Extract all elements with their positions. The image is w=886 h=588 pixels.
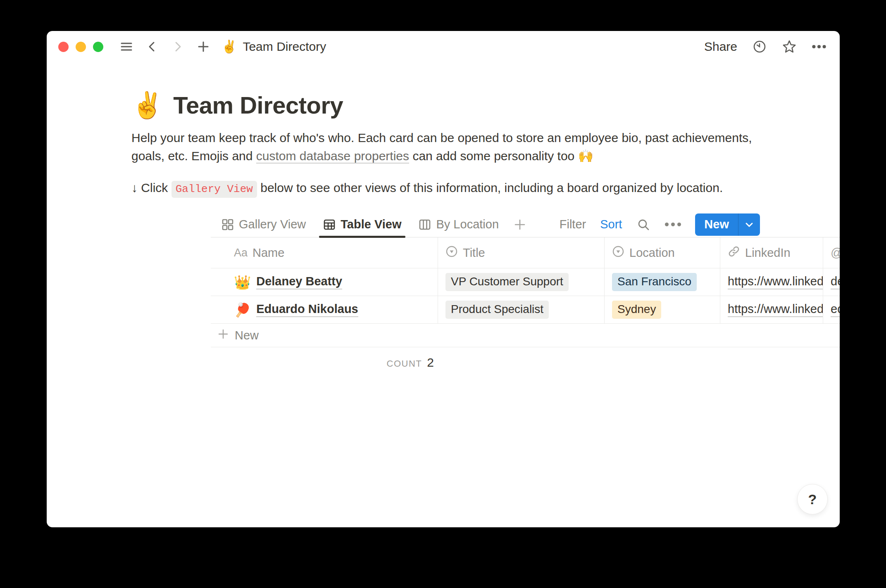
sidebar-menu-icon[interactable] [119,39,134,54]
filter-button[interactable]: Filter [560,218,586,231]
new-page-icon[interactable] [196,39,211,54]
traffic-lights [58,42,103,52]
table-header-row: Aa Name Title [211,237,840,268]
tab-label: Gallery View [239,218,306,231]
email-link[interactable]: delaney@acmecor [831,275,840,289]
select-type-icon [445,245,458,261]
cell-title[interactable]: Product Specialist [438,296,605,323]
favorite-star-icon[interactable] [782,39,797,54]
row-emoji-pingpong: 🏓 [234,303,251,317]
table-row: 🏓 Eduardo Nikolaus Product Specialist Sy… [211,296,840,324]
cell-title[interactable]: VP Customer Support [438,268,605,296]
tab-label: By Location [436,218,499,231]
minimize-window-button[interactable] [76,42,86,52]
updates-clock-icon[interactable] [752,39,767,54]
column-label: Title [463,246,485,260]
add-row-button[interactable]: New [211,324,840,347]
cell-email[interactable]: delaney@acmecor [823,268,840,296]
email-at-icon: @ [831,246,840,260]
help-button[interactable]: ? [797,484,828,514]
email-link[interactable]: eduardo@acmeco [831,302,840,317]
column-label: Location [629,246,675,260]
close-window-button[interactable] [58,42,69,52]
app-window: ✌️ Team Directory Share [47,31,840,527]
cell-linkedin[interactable]: https://www.linked [720,268,823,296]
tab-gallery-view[interactable]: Gallery View [217,212,311,237]
views-bar: Gallery View Table View [211,212,840,237]
title-tag: VP Customer Support [445,273,569,291]
page-icon[interactable]: ✌️ [131,92,163,118]
tab-by-location[interactable]: By Location [414,212,504,237]
callout-code-chip: Gallery View [171,181,257,198]
select-type-icon [612,245,624,261]
column-header-name[interactable]: Aa Name [211,237,438,268]
description-link[interactable]: custom database properties [256,149,409,164]
page-title[interactable]: Team Directory [173,91,343,119]
cell-name[interactable]: 👑 Delaney Beatty [211,268,438,296]
plus-icon [217,328,229,343]
column-header-title[interactable]: Title [438,237,605,268]
zoom-window-button[interactable] [93,42,103,52]
table-row: 👑 Delaney Beatty VP Customer Support San… [211,268,840,296]
share-button[interactable]: Share [704,40,737,54]
title-tag: Product Specialist [445,301,549,319]
add-row-label: New [235,329,259,342]
table-icon [323,218,336,231]
linkedin-url-link[interactable]: https://www.linked [728,275,823,289]
column-label: Name [252,246,284,260]
cell-name[interactable]: 🏓 Eduardo Nikolaus [211,296,438,323]
description-text-after: can add some personality too 🙌 [409,149,593,163]
location-tag: Sydney [612,301,661,319]
back-icon[interactable] [145,39,160,54]
cell-email[interactable]: eduardo@acmeco [823,296,840,323]
tab-table-view[interactable]: Table View [318,212,406,237]
url-link-icon [728,245,740,261]
callout-suffix: below to see other views of this informa… [257,181,723,194]
location-tag: San Francisco [612,273,697,291]
doc-title: Team Directory [243,40,326,54]
cell-location[interactable]: Sydney [605,296,720,323]
page-content: ✌️ Team Directory Help your team keep tr… [47,91,840,370]
more-options-icon[interactable] [812,39,826,54]
new-button-chevron-down-icon[interactable] [738,213,760,236]
page-description: Help your team keep track of who's who. … [131,129,764,165]
tab-label: Table View [341,218,401,231]
view-more-options-icon[interactable] [665,223,681,226]
doc-emoji: ✌️ [222,40,237,53]
text-type-icon: Aa [234,247,248,259]
gallery-grid-icon [222,218,234,231]
breadcrumb[interactable]: ✌️ Team Directory [222,40,326,54]
callout-prefix: ↓ Click [131,181,171,194]
column-label: LinkedIn [745,246,791,260]
callout-line: ↓ Click Gallery View below to see other … [131,181,840,195]
count-label: COUNT [387,358,422,369]
linkedin-url-link[interactable]: https://www.linked [728,302,823,317]
new-record-button[interactable]: New [695,213,760,236]
cell-linkedin[interactable]: https://www.linked [720,296,823,323]
forward-icon[interactable] [170,39,185,54]
person-page-link[interactable]: Eduardo Nikolaus [256,302,358,317]
new-button-label[interactable]: New [695,213,738,236]
board-columns-icon [419,218,431,231]
person-page-link[interactable]: Delaney Beatty [256,275,342,289]
search-icon[interactable] [636,217,651,232]
table-footer-calculation[interactable]: COUNT 2 [211,347,438,370]
cell-location[interactable]: San Francisco [605,268,720,296]
titlebar: ✌️ Team Directory Share [47,31,840,62]
column-header-email[interactable]: @ Email [823,237,840,268]
sort-button[interactable]: Sort [600,218,622,231]
count-value: 2 [427,356,434,370]
column-header-linkedin[interactable]: LinkedIn [720,237,823,268]
column-header-location[interactable]: Location [605,237,720,268]
add-view-icon[interactable] [511,218,529,231]
table-view: Aa Name Title [211,237,840,370]
row-emoji-crown: 👑 [234,275,251,289]
